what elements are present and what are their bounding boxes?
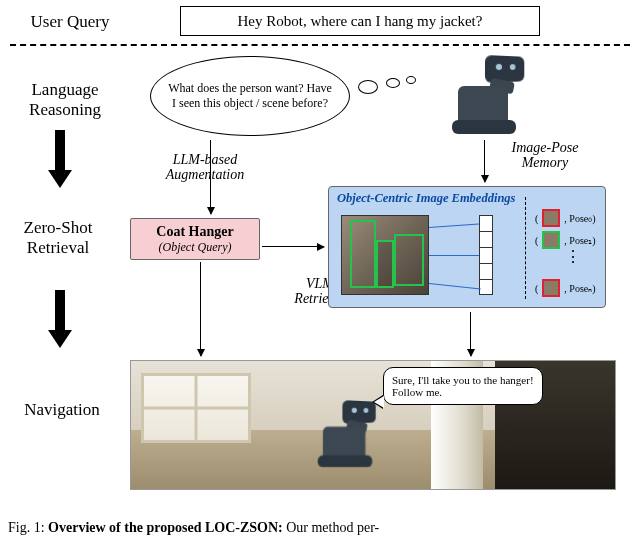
pose-entry: ( , Pose₀) bbox=[535, 209, 596, 227]
thought-bubble-dot bbox=[358, 80, 378, 94]
open-paren: ( bbox=[535, 283, 538, 294]
pose-dots: ⋮ bbox=[565, 253, 581, 261]
pose-entry: ( , Poseₙ) bbox=[535, 279, 596, 297]
scene-window bbox=[141, 373, 251, 443]
pose-label: , Pose₁) bbox=[564, 235, 595, 246]
figure-caption: Fig. 1: Overview of the proposed LOC-ZSO… bbox=[8, 520, 379, 536]
embedding-link bbox=[429, 255, 479, 256]
memory-title: Object-Centric Image Embeddings bbox=[337, 191, 515, 206]
embedding-vector bbox=[479, 215, 493, 295]
embedding-link bbox=[429, 283, 481, 289]
detection-bbox bbox=[376, 240, 394, 288]
arrow-thought-to-query bbox=[210, 140, 211, 214]
pose-label: , Poseₙ) bbox=[564, 283, 595, 294]
object-query-box: Coat Hanger (Object Query) bbox=[130, 218, 260, 260]
arrow-query-to-nav bbox=[200, 262, 201, 356]
pose-thumbnail bbox=[542, 231, 560, 249]
caption-tail: Our method per- bbox=[283, 520, 380, 535]
stage-label-navigation: Navigation bbox=[12, 400, 112, 420]
object-query-title: Coat Hanger bbox=[156, 224, 233, 240]
memory-divider bbox=[525, 197, 526, 299]
stage-label-language-reasoning: Language Reasoning bbox=[10, 80, 120, 121]
open-paren: ( bbox=[535, 213, 538, 224]
pose-entry: ( , Pose₁) bbox=[535, 231, 596, 249]
thought-bubble: What does the person want? Have I seen t… bbox=[150, 56, 350, 136]
open-paren: ( bbox=[535, 235, 538, 246]
detection-bbox bbox=[350, 220, 376, 288]
robot-icon bbox=[318, 401, 395, 469]
robot-speech-bubble: Sure, I'll take you to the hanger! Follo… bbox=[383, 367, 543, 405]
detection-bbox bbox=[394, 234, 424, 286]
thought-bubble-dot bbox=[386, 78, 400, 88]
arrow-memory-to-nav bbox=[470, 312, 471, 356]
object-query-subtitle: (Object Query) bbox=[159, 240, 232, 255]
embedding-link bbox=[429, 224, 479, 228]
stage-arrow bbox=[50, 130, 70, 190]
stage-label-zero-shot-retrieval: Zero-Shot Retrieval bbox=[3, 218, 113, 259]
user-query-label: User Query bbox=[10, 12, 130, 32]
navigation-scene: Sure, I'll take you to the hanger! Follo… bbox=[130, 360, 616, 490]
thought-bubble-dot bbox=[406, 76, 416, 84]
section-divider bbox=[10, 44, 630, 46]
edge-label-image-pose-memory: Image-Pose Memory bbox=[500, 140, 590, 171]
caption-bold: Overview of the proposed LOC-ZSON: bbox=[48, 520, 283, 535]
robot-reply-text: Sure, I'll take you to the hanger! Follo… bbox=[392, 374, 534, 398]
user-query-box: Hey Robot, where can I hang my jacket? bbox=[180, 6, 540, 36]
pose-thumbnail bbox=[542, 209, 560, 227]
memory-box: Object-Centric Image Embeddings ( , Pose… bbox=[328, 186, 606, 308]
user-query-text: Hey Robot, where can I hang my jacket? bbox=[238, 13, 483, 30]
stage-arrow bbox=[50, 290, 70, 350]
arrow-robot-to-memory bbox=[484, 140, 485, 182]
caption-fignum: Fig. 1: bbox=[8, 520, 48, 535]
memory-image bbox=[341, 215, 429, 295]
thought-bubble-text: What does the person want? Have I seen t… bbox=[167, 81, 333, 111]
pose-thumbnail bbox=[542, 279, 560, 297]
robot-icon bbox=[440, 56, 530, 136]
arrow-query-to-memory bbox=[262, 246, 324, 247]
edge-label-llm-augmentation: LLM-based Augmentation bbox=[150, 152, 260, 183]
pose-label: , Pose₀) bbox=[564, 213, 595, 224]
